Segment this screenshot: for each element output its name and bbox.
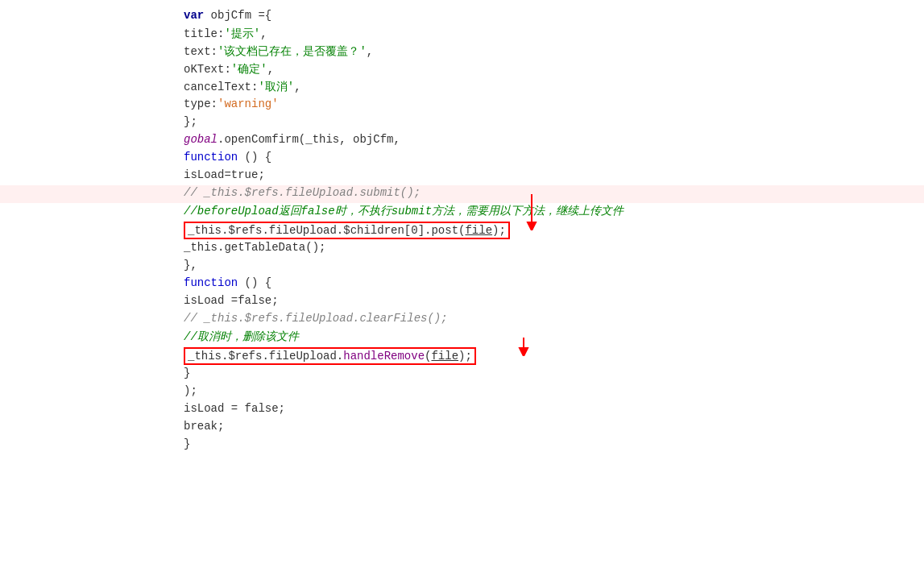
code-token: } (184, 367, 190, 379)
line-content: _this.getTableData(); (184, 241, 325, 254)
code-token: // _this.$refs.fileUpload.submit(); (184, 186, 421, 199)
line-content: _this.$refs.fileUpload.handleRemove(file… (184, 347, 476, 365)
code-line: type:'warning' (0, 97, 924, 114)
code-token: isLoad =false; (184, 294, 279, 307)
code-token: isLoad=true; (184, 168, 265, 181)
code-line: //beforeUpload返回false时，不执行submit方法，需要用以下… (0, 203, 924, 221)
code-token: '确定' (231, 63, 267, 76)
line-indent (0, 402, 184, 415)
code-token: '提示' (224, 27, 260, 40)
code-token: }, (184, 259, 197, 271)
code-token: _this.getTableData(); (184, 241, 325, 254)
code-token: , (367, 45, 373, 58)
code-token: , objCfm, (339, 133, 400, 146)
line-content: //取消时，删除该文件 (184, 330, 299, 344)
code-token: objCfm ={ (204, 9, 271, 22)
line-indent (0, 347, 184, 360)
line-indent (0, 384, 184, 397)
line-indent (0, 97, 184, 110)
line-content: type:'warning' (184, 97, 279, 110)
code-line: title:'提示', (0, 26, 924, 44)
line-indent (0, 241, 184, 254)
code-editor: var objCfm ={ title:'提示', text:'该文档已存在，是… (0, 0, 924, 572)
code-line: _this.$refs.fileUpload.handleRemove(file… (0, 346, 924, 366)
line-content: _this.$refs.fileUpload.$children[0].post… (184, 222, 510, 239)
line-content: } (184, 367, 190, 379)
code-line: _this.$refs.fileUpload.$children[0].post… (0, 221, 924, 240)
code-token: function (184, 151, 238, 164)
line-indent (0, 312, 184, 325)
code-line: cancelText:'取消', (0, 79, 924, 97)
code-token: } (184, 437, 190, 450)
code-line: }, (0, 258, 924, 276)
line-content: // _this.$refs.fileUpload.clearFiles(); (184, 312, 448, 325)
line-content: }, (184, 259, 197, 271)
code-token: , (294, 81, 300, 93)
line-content: isLoad =false; (184, 294, 279, 307)
line-content: oKText:'确定', (184, 62, 274, 77)
code-token: , (260, 27, 267, 40)
code-token: _this (305, 133, 339, 146)
code-token: : (211, 45, 218, 58)
line-content: ); (184, 384, 197, 397)
line-indent (0, 115, 184, 128)
line-content: //beforeUpload返回false时，不执行submit方法，需要用以下… (184, 204, 624, 218)
code-token: isLoad = false; (184, 402, 285, 415)
line-content: break; (184, 420, 224, 433)
code-token: : (224, 63, 230, 76)
line-indent (0, 133, 184, 146)
code-token: break; (184, 420, 224, 433)
line-content: title:'提示', (184, 27, 267, 41)
code-line: // _this.$refs.fileUpload.clearFiles(); (0, 311, 924, 329)
code-token: function (184, 276, 238, 289)
line-indent (0, 437, 184, 450)
code-token: () { (238, 151, 271, 164)
code-line: isLoad = false; (0, 401, 924, 419)
line-content: gobal.openComfirm(_this, objCfm, (184, 133, 400, 146)
line-content: text:'该文档已存在，是否覆盖？', (184, 44, 373, 59)
line-content: var objCfm ={ (184, 9, 271, 22)
code-line: var objCfm ={ (0, 8, 924, 26)
code-line: //取消时，删除该文件 (0, 329, 924, 346)
line-content: }; (184, 115, 197, 128)
code-line: } (0, 366, 924, 383)
code-token: : (211, 97, 218, 110)
line-indent (0, 204, 184, 217)
line-indent (0, 151, 184, 164)
line-indent (0, 27, 184, 39)
code-line: _this.getTableData(); (0, 240, 924, 258)
code-line: oKText:'确定', (0, 61, 924, 79)
code-token: 'warning' (218, 97, 279, 110)
code-token: var (184, 9, 204, 22)
line-content: } (184, 437, 190, 450)
code-token: text (184, 45, 211, 58)
code-token: title (184, 27, 218, 40)
code-line: }; (0, 114, 924, 132)
line-content: // _this.$refs.fileUpload.submit(); (184, 186, 421, 199)
code-token: ); (184, 384, 197, 397)
line-indent (0, 259, 184, 271)
code-token: //取消时，删除该文件 (184, 330, 299, 343)
code-token: }; (184, 115, 197, 128)
line-indent (0, 367, 184, 379)
code-line: text:'该文档已存在，是否覆盖？', (0, 44, 924, 61)
line-indent (0, 9, 184, 22)
code-line: isLoad =false; (0, 293, 924, 311)
line-content: isLoad = false; (184, 402, 285, 415)
line-indent (0, 330, 184, 342)
line-indent (0, 294, 184, 307)
highlighted-code: _this.$refs.fileUpload.$children[0].post… (184, 222, 510, 239)
code-line: function () { (0, 276, 924, 293)
highlighted-code: _this.$refs.fileUpload.handleRemove(file… (184, 347, 476, 365)
line-content: cancelText:'取消', (184, 80, 301, 94)
code-token: // _this.$refs.fileUpload.clearFiles(); (184, 312, 448, 325)
line-content: isLoad=true; (184, 168, 265, 181)
code-token: //beforeUpload返回false时，不执行submit方法，需要用以下… (184, 205, 624, 218)
code-line: break; (0, 419, 924, 437)
line-indent (0, 80, 184, 93)
line-indent (0, 168, 184, 181)
line-indent (0, 44, 184, 57)
code-line: // _this.$refs.fileUpload.submit(); (0, 185, 924, 203)
line-content: function () { (184, 276, 271, 289)
code-token: () { (238, 276, 271, 289)
